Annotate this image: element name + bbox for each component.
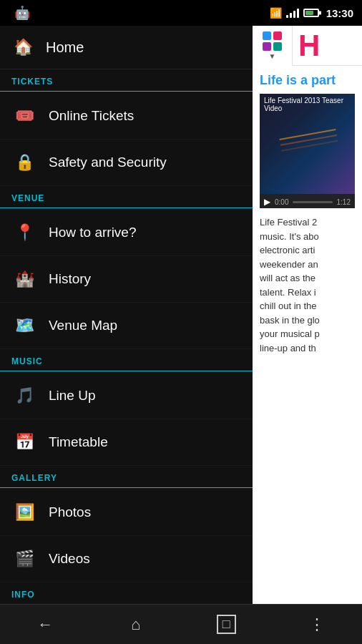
history-icon: 🏰 — [11, 266, 37, 292]
how-to-arrive-label: How to arrive? — [49, 225, 137, 240]
sidebar-item-how-to-arrive[interactable]: 📍 How to arrive? — [0, 210, 253, 256]
signal-icon — [286, 8, 299, 18]
progress-bar[interactable] — [293, 201, 332, 203]
sidebar-item-videos[interactable]: 🎬 Videos — [0, 536, 253, 582]
app-title: H — [293, 26, 320, 65]
icon-cell-1 — [263, 31, 271, 40]
safety-security-label: Safety and Security — [49, 155, 167, 170]
back-icon: ← — [37, 615, 53, 634]
videos-label: Videos — [49, 551, 90, 567]
home-nav-icon: ⌂ — [131, 615, 140, 634]
main-layout: 🏠 Home TICKETS 🎟️ Online Tickets 🔒 Safet… — [0, 26, 362, 604]
section-header-music: MUSIC — [0, 349, 253, 371]
content-body-text: Life Festival 2 music. It's abo electron… — [260, 215, 355, 355]
icon-cell-4 — [273, 42, 282, 51]
app-header: ▼ H — [253, 26, 362, 66]
tickets-icon: 🎟️ — [11, 103, 37, 129]
content-title: Life is a part — [260, 73, 355, 88]
video-duration: 1:12 — [337, 198, 351, 206]
sidebar: 🏠 Home TICKETS 🎟️ Online Tickets 🔒 Safet… — [0, 26, 253, 604]
overflow-menu-button[interactable]: ⋮ — [288, 609, 346, 640]
section-header-tickets: TICKETS — [0, 69, 253, 92]
section-header-gallery: GALLERY — [0, 466, 253, 488]
right-panel: ▼ H Life is a part Life Festival 2013 Te… — [253, 26, 362, 604]
video-content: Life Festival 2013 Teaser Video — [260, 94, 355, 194]
status-time: 13:30 — [326, 7, 353, 19]
section-header-venue: VENUE — [0, 186, 253, 208]
video-label: Life Festival 2013 Teaser Video — [260, 94, 355, 115]
timetable-label: Timetable — [49, 434, 108, 450]
videos-icon: 🎬 — [11, 546, 37, 572]
home-button[interactable]: ⌂ — [107, 609, 165, 640]
history-label: History — [49, 271, 91, 287]
dropdown-arrow-icon: ▼ — [269, 52, 276, 60]
icon-cell-2 — [273, 31, 282, 40]
wifi-icon: 📶 — [270, 7, 282, 19]
home-label: Home — [46, 39, 84, 56]
arrive-icon: 📍 — [11, 220, 37, 245]
android-icon: 🤖 — [14, 5, 30, 21]
home-icon: 🏠 — [11, 36, 34, 59]
photos-icon: 🖼️ — [11, 499, 37, 525]
venue-map-label: Venue Map — [49, 318, 117, 333]
recents-icon: □ — [217, 615, 236, 634]
safety-icon: 🔒 — [11, 150, 37, 175]
recents-button[interactable]: □ — [197, 609, 255, 640]
sidebar-item-venue-map[interactable]: 🗺️ Venue Map — [0, 303, 253, 349]
section-header-info: INFO — [0, 582, 253, 604]
sidebar-item-photos[interactable]: 🖼️ Photos — [0, 489, 253, 536]
app-icon-box[interactable]: ▼ — [253, 26, 293, 66]
photos-label: Photos — [49, 504, 91, 520]
status-bar: 🤖 📶 13:30 — [0, 0, 362, 26]
sidebar-item-home[interactable]: 🏠 Home — [0, 26, 253, 69]
app-icon-grid — [263, 31, 282, 51]
sidebar-item-timetable[interactable]: 📅 Timetable — [0, 419, 253, 466]
video-controls: ▶ 0:00 1:12 — [260, 194, 355, 208]
lineup-icon: 🎵 — [11, 383, 37, 409]
sidebar-item-online-tickets[interactable]: 🎟️ Online Tickets — [0, 93, 253, 140]
timetable-icon: 📅 — [11, 429, 37, 455]
video-time: 0:00 — [275, 198, 288, 206]
sidebar-item-line-up[interactable]: 🎵 Line Up — [0, 373, 253, 419]
back-button[interactable]: ← — [16, 609, 74, 640]
video-thumbnail[interactable]: Life Festival 2013 Teaser Video ▶ 0:00 1… — [260, 94, 355, 208]
online-tickets-label: Online Tickets — [49, 108, 134, 124]
sidebar-item-safety-security[interactable]: 🔒 Safety and Security — [0, 140, 253, 186]
map-icon: 🗺️ — [11, 313, 37, 338]
icon-cell-3 — [263, 42, 271, 51]
play-icon[interactable]: ▶ — [264, 197, 270, 207]
content-area: Life is a part Life Festival 2013 Teaser… — [253, 66, 362, 355]
sidebar-item-history[interactable]: 🏰 History — [0, 256, 253, 303]
battery-icon — [303, 9, 319, 17]
bottom-nav-bar: ← ⌂ □ ⋮ — [0, 604, 362, 644]
overflow-icon: ⋮ — [309, 615, 325, 634]
line-up-label: Line Up — [49, 388, 96, 404]
